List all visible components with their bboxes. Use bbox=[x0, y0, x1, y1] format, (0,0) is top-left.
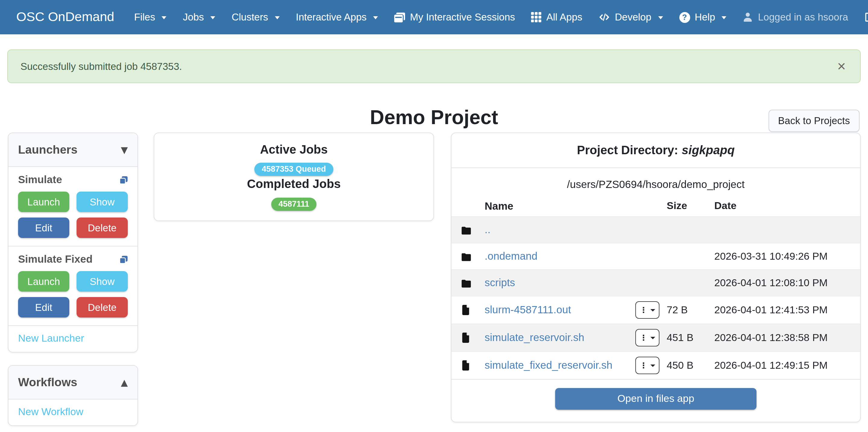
launcher-simulate-fixed: Simulate Fixed Launch Show Edit Delete bbox=[8, 246, 137, 326]
edit-button[interactable]: Edit bbox=[18, 218, 69, 238]
file-size: 450 B bbox=[667, 359, 714, 371]
top-navbar: OSC OnDemand Files Jobs Clusters Interac… bbox=[0, 0, 868, 34]
file-row: simulate_reservoir.sh ⋮ 451 B 2026-04-01… bbox=[452, 324, 860, 351]
workflows-title: Workflows bbox=[18, 375, 77, 389]
column-size: Size bbox=[667, 200, 714, 212]
file-row: .. bbox=[452, 216, 860, 243]
show-button[interactable]: Show bbox=[76, 271, 128, 292]
workflows-panel: Workflows ▲ New Workflow bbox=[8, 365, 138, 426]
chevron-down-icon bbox=[722, 16, 727, 19]
file-date: 2026-04-01 12:38:58 PM bbox=[714, 332, 850, 344]
chevron-down-icon bbox=[210, 16, 215, 19]
nav-interactive-apps-menu[interactable]: Interactive Apps bbox=[296, 11, 378, 23]
launcher-name: Simulate Fixed bbox=[18, 253, 93, 266]
workflows-header: Workflows ▲ bbox=[8, 366, 137, 399]
person-icon bbox=[743, 12, 753, 22]
launchers-header: Launchers ▼ bbox=[8, 133, 137, 167]
copy-icon[interactable] bbox=[119, 255, 128, 264]
launcher-simulate: Simulate Launch Show Edit Delete bbox=[8, 167, 137, 246]
file-row: scripts 2026-04-01 12:08:10 PM bbox=[452, 269, 860, 296]
directory-title-label: Project Directory: bbox=[577, 143, 678, 157]
column-date: Date bbox=[714, 200, 850, 212]
collapse-toggle-icon[interactable]: ▲ bbox=[121, 377, 128, 388]
nav-all-apps[interactable]: All Apps bbox=[531, 11, 582, 23]
file-date: 2026-04-01 12:49:15 PM bbox=[714, 359, 850, 371]
nav-log-out[interactable]: Log Out bbox=[864, 11, 868, 23]
completed-job-badge: 4587111 bbox=[271, 198, 316, 211]
chevron-down-icon bbox=[162, 16, 167, 19]
launcher-name: Simulate bbox=[18, 173, 62, 186]
kebab-icon: ⋮ bbox=[640, 362, 647, 369]
file-icon bbox=[461, 305, 485, 315]
file-date: 2026-04-01 12:08:10 PM bbox=[714, 277, 850, 289]
chevron-down-icon bbox=[275, 16, 279, 19]
folder-icon bbox=[461, 278, 485, 288]
chevron-down-icon bbox=[650, 336, 655, 339]
launchers-title: Launchers bbox=[18, 143, 78, 157]
delete-button[interactable]: Delete bbox=[76, 218, 128, 238]
show-button[interactable]: Show bbox=[76, 192, 128, 212]
launch-button[interactable]: Launch bbox=[18, 192, 69, 212]
file-table-header: Name Size Date bbox=[452, 196, 860, 216]
folder-link[interactable]: scripts bbox=[485, 276, 515, 289]
question-circle-icon: ? bbox=[679, 12, 690, 23]
file-icon bbox=[461, 333, 485, 343]
file-row: slurm-4587111.out ⋮ 72 B 2026-04-01 12:4… bbox=[452, 296, 860, 324]
page-title: Demo Project bbox=[0, 106, 868, 129]
back-to-projects-button[interactable]: Back to Projects bbox=[769, 110, 860, 132]
brand-link[interactable]: OSC OnDemand bbox=[16, 10, 114, 25]
nav-my-interactive-sessions[interactable]: My Interactive Sessions bbox=[394, 11, 515, 23]
completed-jobs-title: Completed Jobs bbox=[154, 178, 433, 190]
file-row: simulate_fixed_reservoir.sh ⋮ 450 B 2026… bbox=[452, 351, 860, 379]
directory-path: /users/PZS0694/hsoora/demo_project bbox=[452, 168, 860, 196]
new-workflow-link[interactable]: New Workflow bbox=[18, 406, 84, 418]
delete-button[interactable]: Delete bbox=[76, 297, 128, 318]
file-row: .ondemand 2026-03-31 10:49:26 PM bbox=[452, 243, 860, 269]
nav-develop-menu[interactable]: Develop bbox=[598, 11, 663, 23]
open-in-files-app-button[interactable]: Open in files app bbox=[555, 388, 756, 410]
file-link[interactable]: simulate_reservoir.sh bbox=[485, 331, 584, 343]
queued-job-badge: 4587353 Queued bbox=[254, 163, 333, 176]
new-launcher-link[interactable]: New Launcher bbox=[18, 333, 84, 344]
active-jobs-title: Active Jobs bbox=[154, 143, 433, 156]
file-size: 72 B bbox=[667, 304, 714, 316]
launch-button[interactable]: Launch bbox=[18, 271, 69, 292]
file-date: 2026-04-01 12:41:53 PM bbox=[714, 304, 850, 316]
file-size: 451 B bbox=[667, 332, 714, 344]
copy-icon[interactable] bbox=[119, 176, 128, 184]
nav-files-menu[interactable]: Files bbox=[134, 11, 167, 23]
project-directory-header: Project Directory: sigkpapq bbox=[452, 133, 860, 168]
alert-message: Successfully submitted job 4587353. bbox=[21, 61, 182, 72]
close-icon[interactable]: × bbox=[837, 59, 846, 73]
kebab-icon: ⋮ bbox=[640, 306, 647, 314]
kebab-icon: ⋮ bbox=[640, 334, 647, 342]
folder-icon bbox=[461, 225, 485, 235]
success-alert: Successfully submitted job 4587353. × bbox=[7, 49, 861, 83]
nav-clusters-menu[interactable]: Clusters bbox=[231, 11, 279, 23]
code-icon bbox=[598, 13, 610, 22]
jobs-panel: Active Jobs 4587353 Queued Completed Job… bbox=[154, 133, 434, 221]
chevron-down-icon bbox=[373, 16, 378, 19]
file-actions-dropdown[interactable]: ⋮ bbox=[635, 301, 659, 319]
nav-jobs-menu[interactable]: Jobs bbox=[183, 11, 216, 23]
edit-button[interactable]: Edit bbox=[18, 297, 69, 318]
project-directory-panel: Project Directory: sigkpapq /users/PZS06… bbox=[451, 133, 861, 422]
file-icon bbox=[461, 360, 485, 370]
folder-icon bbox=[461, 252, 485, 261]
parent-directory-link[interactable]: .. bbox=[485, 224, 490, 236]
directory-name: sigkpapq bbox=[682, 143, 735, 157]
file-link[interactable]: simulate_fixed_reservoir.sh bbox=[485, 359, 613, 371]
folder-link[interactable]: .ondemand bbox=[485, 250, 537, 262]
column-name: Name bbox=[485, 200, 635, 212]
file-date: 2026-03-31 10:49:26 PM bbox=[714, 250, 850, 262]
grid-icon bbox=[531, 12, 541, 22]
chevron-down-icon bbox=[650, 309, 655, 311]
chevron-down-icon bbox=[658, 16, 663, 19]
nav-help-menu[interactable]: ? Help bbox=[679, 11, 727, 23]
file-actions-dropdown[interactable]: ⋮ bbox=[635, 329, 659, 346]
file-actions-dropdown[interactable]: ⋮ bbox=[635, 357, 659, 374]
collapse-toggle-icon[interactable]: ▼ bbox=[121, 144, 128, 155]
file-link[interactable]: slurm-4587111.out bbox=[485, 304, 571, 316]
chevron-down-icon bbox=[650, 364, 655, 367]
directory-footer: Open in files app bbox=[452, 379, 860, 422]
